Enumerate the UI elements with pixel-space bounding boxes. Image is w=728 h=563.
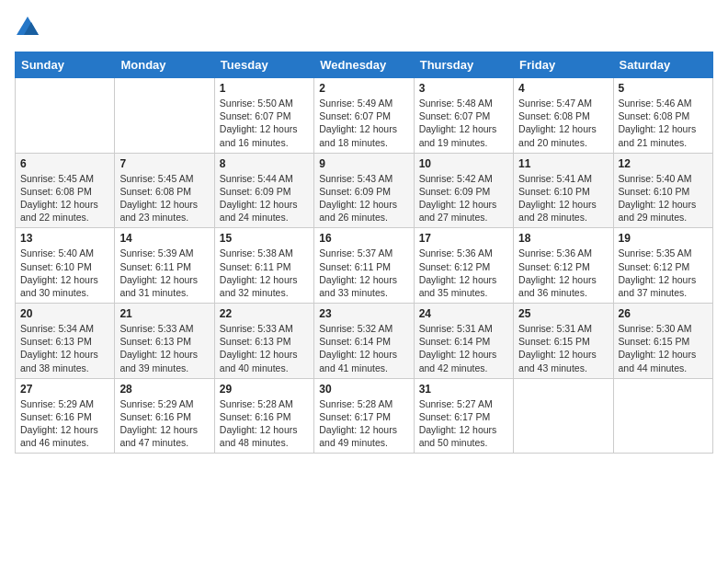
day-info: Sunrise: 5:43 AM Sunset: 6:09 PM Dayligh… [319, 172, 408, 224]
day-number: 22 [220, 307, 309, 320]
day-info: Sunrise: 5:36 AM Sunset: 6:12 PM Dayligh… [518, 247, 608, 299]
week-row-4: 27Sunrise: 5:29 AM Sunset: 6:16 PM Dayli… [16, 378, 713, 454]
day-info: Sunrise: 5:29 AM Sunset: 6:16 PM Dayligh… [20, 397, 109, 450]
day-number: 7 [119, 157, 209, 170]
day-cell: 26Sunrise: 5:30 AM Sunset: 6:15 PM Dayli… [613, 304, 712, 379]
day-info: Sunrise: 5:49 AM Sunset: 6:07 PM Dayligh… [319, 97, 408, 149]
header-wednesday: Wednesday [314, 52, 414, 78]
week-row-2: 13Sunrise: 5:40 AM Sunset: 6:10 PM Dayli… [16, 228, 713, 304]
day-cell: 18Sunrise: 5:36 AM Sunset: 6:12 PM Dayli… [514, 228, 613, 304]
day-info: Sunrise: 5:38 AM Sunset: 6:11 PM Dayligh… [220, 247, 309, 299]
day-number: 9 [319, 157, 408, 170]
day-number: 10 [419, 157, 508, 170]
day-cell: 14Sunrise: 5:39 AM Sunset: 6:11 PM Dayli… [115, 228, 214, 304]
day-number: 2 [319, 82, 408, 95]
day-cell: 1Sunrise: 5:50 AM Sunset: 6:07 PM Daylig… [214, 78, 313, 154]
header-tuesday: Tuesday [214, 52, 313, 78]
day-cell: 25Sunrise: 5:31 AM Sunset: 6:15 PM Dayli… [514, 304, 613, 379]
day-info: Sunrise: 5:29 AM Sunset: 6:16 PM Dayligh… [119, 397, 209, 450]
day-cell: 5Sunrise: 5:46 AM Sunset: 6:08 PM Daylig… [613, 78, 712, 154]
logo-icon [15, 15, 40, 40]
day-number: 20 [20, 307, 109, 320]
day-info: Sunrise: 5:33 AM Sunset: 6:13 PM Dayligh… [119, 322, 209, 374]
day-number: 11 [518, 157, 608, 170]
day-info: Sunrise: 5:41 AM Sunset: 6:10 PM Dayligh… [518, 172, 608, 224]
header-saturday: Saturday [613, 52, 712, 78]
day-cell [514, 378, 613, 454]
day-number: 29 [220, 383, 309, 396]
day-cell: 22Sunrise: 5:33 AM Sunset: 6:13 PM Dayli… [214, 304, 313, 379]
day-cell: 23Sunrise: 5:32 AM Sunset: 6:14 PM Dayli… [314, 304, 414, 379]
header-thursday: Thursday [414, 52, 513, 78]
day-number: 14 [119, 232, 209, 245]
day-number: 19 [619, 232, 708, 245]
day-number: 6 [20, 157, 109, 170]
day-cell: 21Sunrise: 5:33 AM Sunset: 6:13 PM Dayli… [115, 304, 214, 379]
day-cell: 15Sunrise: 5:38 AM Sunset: 6:11 PM Dayli… [214, 228, 313, 304]
day-number: 18 [518, 232, 608, 245]
day-cell: 24Sunrise: 5:31 AM Sunset: 6:14 PM Dayli… [414, 304, 513, 379]
day-number: 21 [119, 307, 209, 320]
day-info: Sunrise: 5:27 AM Sunset: 6:17 PM Dayligh… [419, 397, 508, 450]
day-info: Sunrise: 5:39 AM Sunset: 6:11 PM Dayligh… [119, 247, 209, 299]
day-info: Sunrise: 5:36 AM Sunset: 6:12 PM Dayligh… [419, 247, 508, 299]
day-info: Sunrise: 5:31 AM Sunset: 6:14 PM Dayligh… [419, 322, 508, 374]
day-number: 31 [419, 383, 508, 396]
day-info: Sunrise: 5:28 AM Sunset: 6:17 PM Dayligh… [319, 397, 408, 450]
day-number: 26 [619, 307, 708, 320]
week-row-0: 1Sunrise: 5:50 AM Sunset: 6:07 PM Daylig… [16, 78, 713, 154]
header-monday: Monday [115, 52, 214, 78]
day-cell [613, 378, 712, 454]
day-number: 28 [119, 383, 209, 396]
logo [15, 15, 42, 40]
day-cell: 27Sunrise: 5:29 AM Sunset: 6:16 PM Dayli… [16, 378, 115, 454]
day-cell: 30Sunrise: 5:28 AM Sunset: 6:17 PM Dayli… [314, 378, 414, 454]
header-sunday: Sunday [16, 52, 115, 78]
day-cell: 12Sunrise: 5:40 AM Sunset: 6:10 PM Dayli… [613, 153, 712, 228]
day-number: 27 [20, 383, 109, 396]
day-number: 23 [319, 307, 408, 320]
day-number: 3 [419, 82, 508, 95]
day-info: Sunrise: 5:40 AM Sunset: 6:10 PM Dayligh… [20, 247, 109, 299]
day-cell: 16Sunrise: 5:37 AM Sunset: 6:11 PM Dayli… [314, 228, 414, 304]
day-number: 12 [619, 157, 708, 170]
day-info: Sunrise: 5:46 AM Sunset: 6:08 PM Dayligh… [619, 97, 708, 149]
day-number: 17 [419, 232, 508, 245]
day-cell: 31Sunrise: 5:27 AM Sunset: 6:17 PM Dayli… [414, 378, 513, 454]
day-info: Sunrise: 5:30 AM Sunset: 6:15 PM Dayligh… [619, 322, 708, 374]
day-cell: 2Sunrise: 5:49 AM Sunset: 6:07 PM Daylig… [314, 78, 414, 154]
day-cell: 7Sunrise: 5:45 AM Sunset: 6:08 PM Daylig… [115, 153, 214, 228]
day-info: Sunrise: 5:50 AM Sunset: 6:07 PM Dayligh… [220, 97, 309, 149]
day-cell [115, 78, 214, 154]
day-info: Sunrise: 5:32 AM Sunset: 6:14 PM Dayligh… [319, 322, 408, 374]
day-number: 30 [319, 383, 408, 396]
day-info: Sunrise: 5:44 AM Sunset: 6:09 PM Dayligh… [220, 172, 309, 224]
day-info: Sunrise: 5:47 AM Sunset: 6:08 PM Dayligh… [518, 97, 608, 149]
day-info: Sunrise: 5:48 AM Sunset: 6:07 PM Dayligh… [419, 97, 508, 149]
day-number: 16 [319, 232, 408, 245]
day-cell: 17Sunrise: 5:36 AM Sunset: 6:12 PM Dayli… [414, 228, 513, 304]
day-cell: 11Sunrise: 5:41 AM Sunset: 6:10 PM Dayli… [514, 153, 613, 228]
day-info: Sunrise: 5:31 AM Sunset: 6:15 PM Dayligh… [518, 322, 608, 374]
day-number: 24 [419, 307, 508, 320]
day-number: 15 [220, 232, 309, 245]
day-cell: 28Sunrise: 5:29 AM Sunset: 6:16 PM Dayli… [115, 378, 214, 454]
day-number: 8 [220, 157, 309, 170]
day-number: 1 [220, 82, 309, 95]
day-cell: 29Sunrise: 5:28 AM Sunset: 6:16 PM Dayli… [214, 378, 313, 454]
day-info: Sunrise: 5:33 AM Sunset: 6:13 PM Dayligh… [220, 322, 309, 374]
page-header [15, 15, 713, 40]
day-cell: 3Sunrise: 5:48 AM Sunset: 6:07 PM Daylig… [414, 78, 513, 154]
day-info: Sunrise: 5:35 AM Sunset: 6:12 PM Dayligh… [619, 247, 708, 299]
week-row-3: 20Sunrise: 5:34 AM Sunset: 6:13 PM Dayli… [16, 304, 713, 379]
calendar-body: 1Sunrise: 5:50 AM Sunset: 6:07 PM Daylig… [16, 78, 713, 454]
day-info: Sunrise: 5:45 AM Sunset: 6:08 PM Dayligh… [20, 172, 109, 224]
day-number: 5 [619, 82, 708, 95]
day-cell: 9Sunrise: 5:43 AM Sunset: 6:09 PM Daylig… [314, 153, 414, 228]
day-cell [16, 78, 115, 154]
day-info: Sunrise: 5:42 AM Sunset: 6:09 PM Dayligh… [419, 172, 508, 224]
calendar-table: SundayMondayTuesdayWednesdayThursdayFrid… [15, 52, 713, 454]
day-cell: 10Sunrise: 5:42 AM Sunset: 6:09 PM Dayli… [414, 153, 513, 228]
day-info: Sunrise: 5:40 AM Sunset: 6:10 PM Dayligh… [619, 172, 708, 224]
day-cell: 8Sunrise: 5:44 AM Sunset: 6:09 PM Daylig… [214, 153, 313, 228]
